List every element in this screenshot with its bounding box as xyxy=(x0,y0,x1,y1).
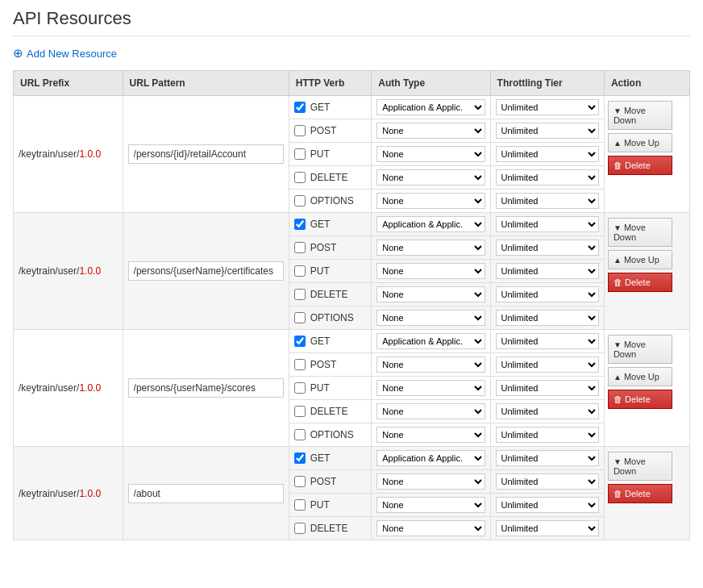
checkbox-get[interactable] xyxy=(294,219,306,230)
throttle-select[interactable]: UnlimitedGoldSilverBronze xyxy=(496,497,599,513)
action-cell: ▼ Move Down🗑 Delete xyxy=(604,447,689,540)
throttle-select[interactable]: UnlimitedGoldSilverBronze xyxy=(496,216,599,232)
url-pattern-cell xyxy=(123,96,289,213)
table-row: /keytrain/user/1.0.0GETApplication & App… xyxy=(14,447,690,470)
throttle-select[interactable]: UnlimitedGoldSilverBronze xyxy=(496,193,599,209)
checkbox-post[interactable] xyxy=(294,125,306,136)
url-pattern-input[interactable] xyxy=(128,261,284,281)
checkbox-delete[interactable] xyxy=(294,289,306,300)
verb-label: OPTIONS xyxy=(310,312,354,323)
throttle-select[interactable]: UnlimitedGoldSilverBronze xyxy=(496,240,599,256)
throttle-cell: UnlimitedGoldSilverBronze xyxy=(490,400,604,423)
checkbox-post[interactable] xyxy=(294,242,306,253)
url-pattern-input[interactable] xyxy=(128,144,284,164)
delete-button[interactable]: 🗑 Delete xyxy=(608,390,672,409)
auth-type-cell: Application & Applic.NoneBasic AuthDiges… xyxy=(372,353,490,377)
verb-label: POST xyxy=(310,125,352,136)
delete-button[interactable]: 🗑 Delete xyxy=(608,273,672,292)
auth-type-select[interactable]: Application & Applic.NoneBasic AuthDiges… xyxy=(376,263,485,279)
auth-type-select[interactable]: Application & Applic.NoneBasic AuthDiges… xyxy=(376,380,485,396)
http-verb-cell: PUT xyxy=(289,494,372,517)
auth-type-select[interactable]: Application & Applic.NoneBasic AuthDiges… xyxy=(376,193,485,209)
auth-type-select[interactable]: Application & Applic.NoneBasic AuthDiges… xyxy=(376,473,485,490)
checkbox-put[interactable] xyxy=(294,382,306,394)
checkbox-get[interactable] xyxy=(294,102,306,113)
auth-type-select[interactable]: Application & Applic.NoneBasic AuthDiges… xyxy=(376,99,485,115)
checkbox-delete[interactable] xyxy=(294,406,306,417)
auth-type-select[interactable]: Application & Applic.NoneBasic AuthDiges… xyxy=(376,240,485,256)
throttle-select[interactable]: UnlimitedGoldSilverBronze xyxy=(496,286,599,302)
http-verb-cell: DELETE xyxy=(289,166,372,190)
throttle-select[interactable]: UnlimitedGoldSilverBronze xyxy=(496,99,599,115)
throttle-select[interactable]: UnlimitedGoldSilverBronze xyxy=(496,403,599,419)
verb-label: PUT xyxy=(310,499,352,511)
auth-type-select[interactable]: Application & Applic.NoneBasic AuthDiges… xyxy=(376,520,485,536)
move-up-button[interactable]: ▲ Move Up xyxy=(608,367,672,386)
auth-type-select[interactable]: Application & Applic.NoneBasic AuthDiges… xyxy=(376,310,485,326)
verb-label: OPTIONS xyxy=(310,195,354,206)
auth-type-select[interactable]: Application & Applic.NoneBasic AuthDiges… xyxy=(376,216,485,232)
col-auth-type: Auth Type xyxy=(372,71,490,96)
throttle-select[interactable]: UnlimitedGoldSilverBronze xyxy=(496,520,599,536)
throttle-select[interactable]: UnlimitedGoldSilverBronze xyxy=(496,169,599,186)
throttle-select[interactable]: UnlimitedGoldSilverBronze xyxy=(496,310,599,326)
auth-type-select[interactable]: Application & Applic.NoneBasic AuthDiges… xyxy=(376,497,485,513)
throttle-select[interactable]: UnlimitedGoldSilverBronze xyxy=(496,380,599,396)
delete-button[interactable]: 🗑 Delete xyxy=(608,156,672,175)
url-pattern-input[interactable] xyxy=(128,378,284,398)
add-new-resource-link[interactable]: ⊕ Add New Resource xyxy=(13,46,117,60)
throttle-cell: UnlimitedGoldSilverBronze xyxy=(490,307,604,330)
move-down-button[interactable]: ▼ Move Down xyxy=(608,452,672,481)
checkbox-options[interactable] xyxy=(294,312,306,323)
delete-button[interactable]: 🗑 Delete xyxy=(608,484,672,503)
throttle-select[interactable]: UnlimitedGoldSilverBronze xyxy=(496,450,599,466)
throttle-select[interactable]: UnlimitedGoldSilverBronze xyxy=(496,146,599,162)
move-down-button[interactable]: ▼ Move Down xyxy=(608,101,672,130)
auth-type-select[interactable]: Application & Applic.NoneBasic AuthDiges… xyxy=(376,450,485,466)
throttle-select[interactable]: UnlimitedGoldSilverBronze xyxy=(496,333,599,349)
auth-type-select[interactable]: Application & Applic.NoneBasic AuthDiges… xyxy=(376,403,485,419)
auth-type-cell: Application & Applic.NoneBasic AuthDiges… xyxy=(372,260,490,283)
auth-type-select[interactable]: Application & Applic.NoneBasic AuthDiges… xyxy=(376,169,485,186)
auth-type-select[interactable]: Application & Applic.NoneBasic AuthDiges… xyxy=(376,427,485,443)
throttle-select[interactable]: UnlimitedGoldSilverBronze xyxy=(496,427,599,443)
page-title: API Resources xyxy=(13,8,690,36)
auth-type-select[interactable]: Application & Applic.NoneBasic AuthDiges… xyxy=(376,286,485,302)
checkbox-put[interactable] xyxy=(294,148,306,160)
url-prefix-cell: /keytrain/user/1.0.0 xyxy=(14,213,123,330)
checkbox-get[interactable] xyxy=(294,336,306,347)
checkbox-options[interactable] xyxy=(294,429,306,440)
checkbox-put[interactable] xyxy=(294,499,306,511)
throttle-select[interactable]: UnlimitedGoldSilverBronze xyxy=(496,263,599,279)
url-pattern-input[interactable] xyxy=(128,484,284,503)
http-verb-cell: OPTIONS xyxy=(289,190,372,213)
url-pattern-cell xyxy=(123,330,289,447)
throttle-select[interactable]: UnlimitedGoldSilverBronze xyxy=(496,473,599,490)
checkbox-delete[interactable] xyxy=(294,172,306,183)
throttle-select[interactable]: UnlimitedGoldSilverBronze xyxy=(496,357,599,373)
move-up-button[interactable]: ▲ Move Up xyxy=(608,133,672,152)
move-down-button[interactable]: ▼ Move Down xyxy=(608,218,672,247)
checkbox-options[interactable] xyxy=(294,195,306,206)
url-prefix-static: /keytrain/user/ xyxy=(19,382,79,394)
checkbox-delete[interactable] xyxy=(294,523,306,534)
checkbox-put[interactable] xyxy=(294,265,306,277)
url-prefix-static: /keytrain/user/ xyxy=(19,265,79,277)
url-prefix-cell: /keytrain/user/1.0.0 xyxy=(14,96,123,213)
auth-type-select[interactable]: Application & Applic.NoneBasic AuthDiges… xyxy=(376,333,485,349)
throttle-cell: UnlimitedGoldSilverBronze xyxy=(490,423,604,447)
auth-type-select[interactable]: Application & Applic.NoneBasic AuthDiges… xyxy=(376,146,485,162)
move-down-button[interactable]: ▼ Move Down xyxy=(608,335,672,364)
http-verb-cell: PUT xyxy=(289,143,372,166)
auth-type-select[interactable]: Application & Applic.NoneBasic AuthDiges… xyxy=(376,123,485,139)
auth-type-select[interactable]: Application & Applic.NoneBasic AuthDiges… xyxy=(376,357,485,373)
auth-type-cell: Application & Applic.NoneBasic AuthDiges… xyxy=(372,330,490,353)
verb-label: POST xyxy=(310,359,352,370)
checkbox-get[interactable] xyxy=(294,452,306,464)
move-up-button[interactable]: ▲ Move Up xyxy=(608,250,672,269)
verb-label: DELETE xyxy=(310,172,352,183)
auth-type-cell: Application & Applic.NoneBasic AuthDiges… xyxy=(372,213,490,236)
checkbox-post[interactable] xyxy=(294,476,306,487)
checkbox-post[interactable] xyxy=(294,359,306,370)
throttle-select[interactable]: UnlimitedGoldSilverBronze xyxy=(496,123,599,139)
